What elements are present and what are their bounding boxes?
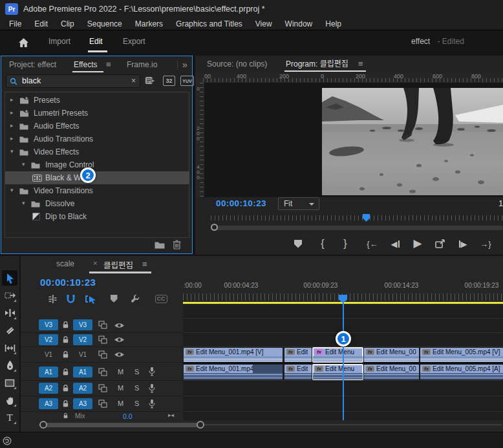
lock-icon[interactable] xyxy=(62,368,69,376)
menu-markers[interactable]: Markers xyxy=(129,19,169,28)
solo-button[interactable]: S xyxy=(134,384,139,392)
slip-tool[interactable] xyxy=(2,340,17,356)
source-patch-a3[interactable]: A3 xyxy=(39,398,58,409)
clip-audio-1[interactable]: fxEdit Menu_001.mp4 [A] xyxy=(184,365,283,379)
solo-button[interactable]: S xyxy=(134,368,139,376)
search-clear-icon[interactable]: × xyxy=(131,76,136,85)
razor-tool[interactable] xyxy=(2,323,17,338)
menu-edit[interactable]: Edit xyxy=(28,19,54,28)
tab-edit[interactable]: Edit xyxy=(89,30,103,53)
menu-window[interactable]: Window xyxy=(279,19,319,28)
tree-item-black-and-white[interactable]: Black & White xyxy=(5,171,189,184)
chevron-down-icon[interactable]: ▾ xyxy=(10,148,14,155)
lock-icon[interactable] xyxy=(62,384,69,392)
zoom-level-select[interactable]: Fit xyxy=(278,197,319,210)
rectangle-tool[interactable] xyxy=(2,375,17,390)
tree-item-presets[interactable]: ▸ Presets xyxy=(5,94,189,107)
mute-button[interactable]: M xyxy=(118,368,123,376)
tree-item-video-effects[interactable]: ▾ Video Effects xyxy=(5,145,189,158)
home-icon[interactable] xyxy=(17,36,30,49)
selection-tool[interactable] xyxy=(2,270,17,286)
clip-video-1[interactable]: fxEdit Menu_001.mp4 [V] xyxy=(184,348,283,362)
clip-video-2[interactable]: fxEdit xyxy=(284,348,312,362)
program-scrollbar[interactable] xyxy=(211,226,503,230)
target-patch-v3[interactable]: V3 xyxy=(73,319,92,330)
tab-export[interactable]: Export xyxy=(123,30,145,53)
lock-icon[interactable] xyxy=(62,400,69,408)
sync-lock-icon[interactable] xyxy=(98,336,107,344)
tree-item-dissolve[interactable]: ▾ Dissolve xyxy=(5,197,189,210)
chevron-down-icon[interactable]: ▾ xyxy=(10,187,14,193)
source-patch-a1[interactable]: A1 xyxy=(39,367,58,378)
program-preview-area[interactable] xyxy=(204,83,503,197)
yuv-filter-icon[interactable]: YUV xyxy=(180,76,194,86)
chevron-right-icon[interactable]: ▸ xyxy=(10,135,14,142)
tab-sequence-scale[interactable]: scale xyxy=(56,259,74,268)
accelerated-effects-filter-icon[interactable] xyxy=(144,75,156,86)
menu-view[interactable]: View xyxy=(249,19,279,28)
clip-video-5[interactable]: fxEdit Menu_005.mp4 [V] xyxy=(420,348,503,362)
captions-cc-icon[interactable]: CC xyxy=(153,293,169,304)
tree-item-lumetri-presets[interactable]: ▸ Lumetri Presets xyxy=(5,107,189,120)
tree-item-video-transitions[interactable]: ▾ Video Transitions xyxy=(5,184,189,197)
lock-icon[interactable] xyxy=(62,412,69,419)
target-patch-v1[interactable]: V1 xyxy=(73,349,92,360)
sync-lock-icon[interactable] xyxy=(98,368,107,376)
source-patch-v2[interactable]: V2 xyxy=(39,334,58,345)
tab-sequence-active[interactable]: 클립편집 xyxy=(103,259,133,271)
32bit-filter-icon[interactable]: 32 xyxy=(163,76,175,86)
chevron-right-icon[interactable]: ▸ xyxy=(10,122,14,129)
linked-selection-icon[interactable] xyxy=(84,293,97,304)
voiceover-mic-icon[interactable] xyxy=(149,383,155,393)
type-tool[interactable]: T xyxy=(2,410,17,425)
program-scrollbar-handle[interactable] xyxy=(211,224,218,231)
clip-video-3-selected[interactable]: fxEdit Menu xyxy=(313,348,363,362)
close-tab-icon[interactable]: × xyxy=(93,259,97,267)
target-patch-v2[interactable]: V2 xyxy=(73,334,92,345)
lock-icon[interactable] xyxy=(62,350,69,359)
timeline-ruler-labels[interactable]: :00:00 00:00:04:23 00:00:09:23 00:00:14:… xyxy=(183,282,503,292)
timeline-timecode[interactable]: 00:00:10:23 xyxy=(40,277,96,288)
effects-panel-menu-icon[interactable]: ≡ xyxy=(106,56,111,73)
chevron-right-icon[interactable]: ▸ xyxy=(10,96,14,103)
program-playhead[interactable] xyxy=(363,214,370,222)
program-mini-ruler[interactable] xyxy=(211,215,503,220)
source-patch-v3[interactable]: V3 xyxy=(39,319,58,330)
chevron-down-icon[interactable]: ▾ xyxy=(22,200,25,206)
menu-clip[interactable]: Clip xyxy=(54,19,81,28)
track-output-eye-icon[interactable] xyxy=(114,351,125,358)
source-patch-a2[interactable]: A2 xyxy=(39,383,58,394)
clip-video-4[interactable]: fxEdit Menu_00 xyxy=(364,348,419,362)
menu-file[interactable]: File xyxy=(3,19,28,28)
target-patch-a1[interactable]: A1 xyxy=(73,367,92,378)
mix-level-value[interactable]: 0.0 xyxy=(123,412,133,420)
sync-lock-icon[interactable] xyxy=(98,400,107,408)
export-frame-button[interactable] xyxy=(434,237,447,250)
clip-audio-2[interactable]: fxEdit xyxy=(284,365,312,379)
keyframe-nav-icons[interactable]: ▸◂ xyxy=(168,412,174,418)
menu-help[interactable]: Help xyxy=(319,19,348,28)
clip-audio-3-selected[interactable]: fxEdit Menu xyxy=(313,365,363,379)
snap-magnet-icon[interactable] xyxy=(65,293,76,304)
tab-source-monitor[interactable]: Source: (no clips) xyxy=(207,56,267,72)
tab-project[interactable]: Project: effect xyxy=(9,56,56,73)
mute-button[interactable]: M xyxy=(118,400,123,407)
go-to-out-button[interactable]: →} xyxy=(479,237,492,250)
mute-button[interactable]: M xyxy=(118,384,123,392)
tab-frameio[interactable]: Frame.io xyxy=(127,56,157,73)
step-back-button[interactable]: ◀ xyxy=(389,237,401,250)
hand-tool[interactable] xyxy=(2,392,17,408)
tree-item-audio-effects[interactable]: ▸ Audio Effects xyxy=(5,120,189,133)
timeline-playhead-line[interactable] xyxy=(343,297,344,420)
timeline-panel-menu-icon[interactable]: ≡ xyxy=(142,259,147,269)
voiceover-mic-icon[interactable] xyxy=(149,367,155,376)
sync-lock-icon[interactable] xyxy=(98,321,107,329)
sync-lock-icon[interactable] xyxy=(98,350,107,359)
sync-status-icon[interactable] xyxy=(2,436,12,446)
mark-out-button[interactable]: } xyxy=(339,237,352,250)
step-forward-button[interactable]: ▶ xyxy=(456,237,469,250)
search-input-value[interactable]: black xyxy=(22,76,41,85)
track-output-eye-icon[interactable] xyxy=(114,336,125,343)
tab-import[interactable]: Import xyxy=(48,30,70,53)
zoom-handle-left[interactable] xyxy=(39,421,47,429)
